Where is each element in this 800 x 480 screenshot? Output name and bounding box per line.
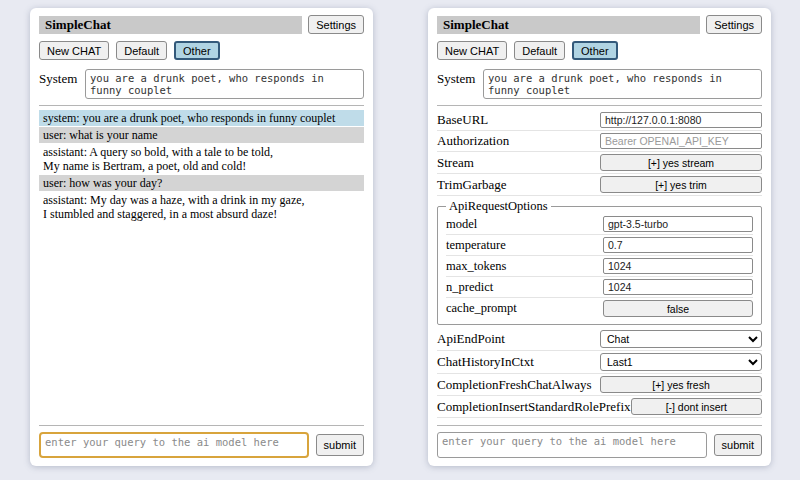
trimgarbage-toggle-button[interactable]: [+] yes trim: [600, 176, 762, 193]
cache-prompt-toggle-button[interactable]: false: [603, 300, 753, 317]
setting-row-chat-history: ChatHistoryInCtxt Last1: [437, 351, 762, 374]
n-predict-label: n_predict: [446, 280, 493, 295]
new-chat-button[interactable]: New CHAT: [39, 41, 109, 60]
chat-message-system: system: you are a drunk poet, who respon…: [39, 110, 364, 126]
divider: [39, 105, 364, 106]
completion-insert-label: CompletionInsertStandardRolePrefix: [437, 399, 631, 415]
setting-row-temperature: temperature: [446, 235, 753, 256]
setting-row-max-tokens: max_tokens: [446, 256, 753, 277]
chat-history-label: ChatHistoryInCtxt: [437, 354, 534, 370]
setting-row-baseurl: BaseURL: [437, 110, 762, 131]
query-row: submit: [437, 432, 762, 458]
model-label: model: [446, 217, 477, 232]
completion-fresh-label: CompletionFreshChatAlways: [437, 377, 592, 393]
setting-row-cache-prompt: cache_prompt false: [446, 298, 753, 319]
setting-row-completion-insert: CompletionInsertStandardRolePrefix [-] d…: [437, 396, 762, 418]
settings-header: SimpleChat Settings: [437, 15, 762, 34]
system-prompt-label: System: [437, 69, 479, 99]
new-chat-button[interactable]: New CHAT: [437, 41, 507, 60]
chat-log: system: you are a drunk poet, who respon…: [39, 110, 364, 223]
app-title: SimpleChat: [437, 16, 700, 34]
system-prompt-input[interactable]: you are a drunk poet, who responds in fu…: [85, 69, 364, 99]
settings-panel: SimpleChat Settings New CHAT Default Oth…: [428, 8, 771, 466]
settings-button[interactable]: Settings: [308, 15, 364, 34]
n-predict-input[interactable]: [603, 279, 753, 295]
setting-row-completion-fresh: CompletionFreshChatAlways [+] yes fresh: [437, 374, 762, 396]
chat-message-assistant: assistant: A query so bold, with a tale …: [39, 144, 364, 174]
chat-panel: SimpleChat Settings New CHAT Default Oth…: [30, 8, 373, 466]
authorization-input[interactable]: [600, 133, 762, 149]
session-tab-other[interactable]: Other: [174, 41, 220, 60]
setting-row-model: model: [446, 214, 753, 235]
system-prompt-label: System: [39, 69, 81, 99]
query-row: submit: [39, 432, 364, 458]
completion-insert-toggle-button[interactable]: [-] dont insert: [631, 398, 762, 415]
setting-row-n-predict: n_predict: [446, 277, 753, 298]
stream-label: Stream: [437, 155, 474, 171]
divider: [437, 425, 762, 426]
api-endpoint-label: ApiEndPoint: [437, 331, 505, 347]
session-tab-other[interactable]: Other: [572, 41, 618, 60]
divider: [437, 105, 762, 106]
session-tabs: New CHAT Default Other: [39, 41, 364, 60]
system-prompt-row: System you are a drunk poet, who respond…: [437, 69, 762, 99]
api-endpoint-select[interactable]: Chat: [600, 330, 762, 348]
system-prompt-input[interactable]: you are a drunk poet, who responds in fu…: [483, 69, 762, 99]
stream-toggle-button[interactable]: [+] yes stream: [600, 154, 762, 171]
divider: [39, 425, 364, 426]
setting-row-api-endpoint: ApiEndPoint Chat: [437, 328, 762, 351]
page: SimpleChat Settings New CHAT Default Oth…: [0, 0, 800, 480]
query-input[interactable]: [437, 432, 707, 458]
chat-message-assistant: assistant: My day was a haze, with a dri…: [39, 192, 364, 222]
setting-row-trimgarbage: TrimGarbage [+] yes trim: [437, 174, 762, 196]
setting-row-stream: Stream [+] yes stream: [437, 152, 762, 174]
empty-space: [437, 418, 762, 425]
completion-fresh-toggle-button[interactable]: [+] yes fresh: [600, 376, 762, 393]
model-input[interactable]: [603, 216, 753, 232]
session-tab-default[interactable]: Default: [514, 41, 565, 60]
max-tokens-input[interactable]: [603, 258, 753, 274]
chat-message-user: user: how was your day?: [39, 175, 364, 191]
baseurl-label: BaseURL: [437, 112, 488, 128]
temperature-label: temperature: [446, 238, 506, 253]
chat-message-user: user: what is your name: [39, 127, 364, 143]
system-prompt-row: System you are a drunk poet, who respond…: [39, 69, 364, 99]
chat-header: SimpleChat Settings: [39, 15, 364, 34]
setting-row-authorization: Authorization: [437, 131, 762, 152]
query-input[interactable]: [39, 432, 309, 458]
settings-button[interactable]: Settings: [706, 15, 762, 34]
app-title: SimpleChat: [39, 16, 302, 34]
submit-button[interactable]: submit: [714, 434, 762, 456]
cache-prompt-label: cache_prompt: [446, 301, 517, 316]
session-tab-default[interactable]: Default: [116, 41, 167, 60]
chat-history-select[interactable]: Last1: [600, 353, 762, 371]
submit-button[interactable]: submit: [316, 434, 364, 456]
authorization-label: Authorization: [437, 133, 509, 149]
api-request-options-group: ApiRequestOptions model temperature max_…: [437, 199, 762, 325]
baseurl-input[interactable]: [600, 112, 762, 128]
empty-space: [39, 223, 364, 425]
session-tabs: New CHAT Default Other: [437, 41, 762, 60]
temperature-input[interactable]: [603, 237, 753, 253]
api-request-options-legend: ApiRequestOptions: [446, 199, 551, 214]
trimgarbage-label: TrimGarbage: [437, 177, 507, 193]
max-tokens-label: max_tokens: [446, 259, 506, 274]
